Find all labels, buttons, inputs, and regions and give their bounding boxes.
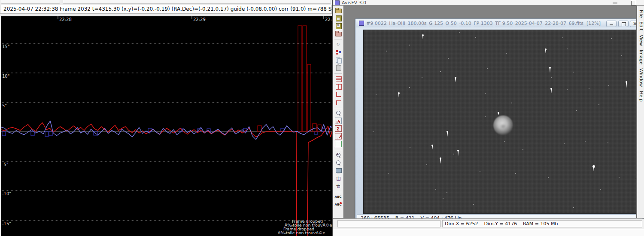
star [598,104,599,105]
dec-pulse [2,132,6,136]
abc-text-icon[interactable]: ABC [335,194,342,200]
star [398,93,399,97]
corner-bottom-icon[interactable] [335,91,342,97]
ra-trace [1,123,332,236]
gridline-label: 15" [2,44,9,49]
star [576,110,577,111]
refresh-icon[interactable]: ↻ [335,41,342,48]
toolbar-separator [334,108,342,108]
split-horizontal-icon[interactable] [335,76,342,82]
curve-icon[interactable] [335,133,342,139]
pan-small-icon[interactable] [335,183,342,189]
monitor-icon[interactable] [335,167,342,174]
star [410,147,410,148]
screen: 2025-04-07 22:32:38 Frame 2032 t=4315.30… [0,0,644,236]
ra-pulse [307,64,311,132]
star [504,141,505,142]
dec-trace [1,121,332,139]
star [480,171,480,172]
menu-item-image[interactable]: Image [638,50,644,64]
star [511,103,512,103]
statusbar-panel-dimensions: Dim.X = 6252 Dim.Y = 4176 RAM = 105 Mb [442,220,642,227]
star [522,149,523,150]
toolbar-separator [334,73,342,74]
image-minimize-button[interactable] [606,21,617,27]
maximize-button[interactable] [629,1,638,5]
star [487,68,488,69]
paste-icon[interactable] [335,64,342,71]
star [567,89,568,90]
toolbar-separator [334,150,342,150]
window-title: AvisFV 3.0 [342,0,366,6]
time-tick-label: 22:30 [325,17,332,22]
fits-file-icon [359,21,364,26]
save-as-icon[interactable] [335,22,342,29]
dec-pulse [49,132,52,136]
open-folder-icon[interactable] [335,7,342,13]
pan-icon[interactable] [335,175,342,182]
dec-pulse [31,132,34,136]
histogram-icon[interactable] [335,118,342,124]
star [551,77,552,78]
gridline-label: -10" [2,191,11,196]
toolbar-separator [334,39,342,39]
guide-status-text: 2025-04-07 22:32:38 Frame 2032 t=4315.30… [0,5,332,14]
star [589,88,589,89]
guide-panel: 2025-04-07 22:32:38 Frame 2032 t=4315.30… [0,0,332,236]
menu-item-window[interactable]: Window [638,68,644,87]
star [447,131,448,136]
copy-icon[interactable] [335,57,342,63]
star [458,150,459,156]
vertical-menubar: FileEditViewImageWindowHelp [636,6,644,218]
preview-icon[interactable] [335,110,342,116]
star [455,77,456,82]
gridline-label: 5" [2,103,7,108]
star [611,38,612,39]
zoom-out-icon[interactable]: − [335,160,342,166]
star [485,93,486,94]
star [447,192,447,193]
star [422,35,423,39]
statusbar-panel-empty [337,220,440,227]
top-window-fragment-left [1,0,60,4]
menu-item-help[interactable]: Help [638,91,644,102]
bottom-strip [333,229,644,236]
dec-pulse [314,132,318,134]
fits-image-titlebar[interactable]: #9 0022_Ha-OIII_180.00s_G 125_O 50_-0.10… [356,19,643,27]
save-icon[interactable] [335,15,342,21]
star [608,142,608,143]
star [551,88,552,93]
image-restore-button[interactable] [618,21,629,27]
corner-top-icon[interactable] [335,99,342,105]
new-document-icon[interactable] [335,141,342,147]
star [435,189,436,190]
tiles-icon[interactable] [335,49,342,55]
avisfv-titlebar[interactable]: AvisFV 3.0 [333,0,644,5]
guide-graph-svg: 15"10"5"-5"-10"-15"22:2822:2922:30Frame … [1,16,332,236]
abc-spellcheck-icon[interactable]: ABC [335,202,342,208]
zoom-in-icon[interactable]: + [335,152,342,158]
guide-graph: 15"10"5"-5"-10"-15"22:2822:2922:30Frame … [0,16,332,236]
fits-image-view[interactable] [363,30,638,214]
nebula [493,115,513,135]
star [608,85,609,86]
menu-item-file[interactable]: File [638,10,644,18]
minimize-button[interactable] [611,1,620,5]
sigma-icon[interactable]: Σ [335,125,342,132]
star [562,37,563,38]
star [426,164,427,165]
star [409,45,410,45]
menu-item-edit[interactable]: Edit [638,21,644,30]
split-vertical-icon[interactable] [335,83,342,90]
star [485,116,486,117]
star [443,198,444,199]
folder-icon[interactable] [335,30,342,36]
star [567,48,568,49]
menu-item-view[interactable]: View [638,35,644,46]
star [564,143,565,144]
star [550,67,550,73]
star [409,87,410,88]
avisfv-window: AvisFV 3.0 ↻Σ+−ABCABC #9 0022_Ha-OIII_18… [332,0,644,236]
star [432,145,433,149]
star [506,53,507,54]
